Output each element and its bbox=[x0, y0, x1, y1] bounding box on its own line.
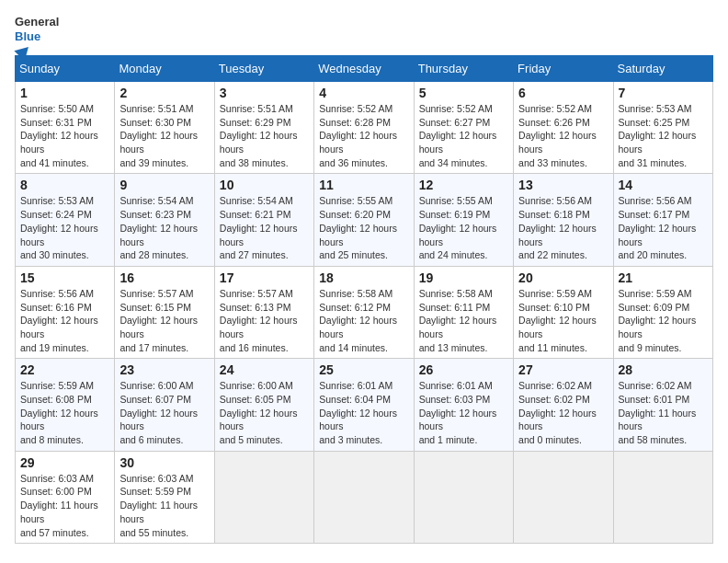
calendar-week-row: 22 Sunrise: 5:59 AMSunset: 6:08 PMDaylig… bbox=[16, 359, 713, 451]
day-info: Sunrise: 5:50 AMSunset: 6:31 PMDaylight:… bbox=[20, 102, 109, 169]
day-info: Sunrise: 6:02 AMSunset: 6:02 PMDaylight:… bbox=[518, 379, 608, 446]
day-number: 7 bbox=[619, 86, 708, 100]
day-number: 16 bbox=[119, 270, 209, 285]
day-number: 21 bbox=[619, 270, 708, 285]
calendar-cell: 5 Sunrise: 5:52 AMSunset: 6:27 PMDayligh… bbox=[414, 82, 513, 174]
day-info: Sunrise: 5:51 AMSunset: 6:30 PMDaylight:… bbox=[119, 102, 209, 169]
calendar-cell bbox=[314, 451, 414, 543]
calendar-cell: 17 Sunrise: 5:57 AMSunset: 6:13 PMDaylig… bbox=[214, 266, 313, 358]
calendar-cell: 22 Sunrise: 5:59 AMSunset: 6:08 PMDaylig… bbox=[16, 359, 115, 451]
calendar-day-header: Thursday bbox=[414, 56, 513, 82]
calendar-cell: 18 Sunrise: 5:58 AMSunset: 6:12 PMDaylig… bbox=[314, 266, 414, 358]
day-number: 22 bbox=[20, 362, 109, 377]
day-info: Sunrise: 5:54 AMSunset: 6:21 PMDaylight:… bbox=[220, 194, 309, 261]
day-info: Sunrise: 5:59 AMSunset: 6:08 PMDaylight:… bbox=[20, 379, 109, 446]
day-number: 27 bbox=[518, 362, 608, 377]
calendar-cell: 25 Sunrise: 6:01 AMSunset: 6:04 PMDaylig… bbox=[314, 359, 414, 451]
day-info: Sunrise: 5:53 AMSunset: 6:24 PMDaylight:… bbox=[20, 194, 109, 261]
day-number: 23 bbox=[119, 362, 209, 377]
day-info: Sunrise: 5:52 AMSunset: 6:27 PMDaylight:… bbox=[419, 102, 508, 169]
calendar-cell bbox=[414, 451, 513, 543]
day-info: Sunrise: 5:56 AMSunset: 6:16 PMDaylight:… bbox=[20, 287, 109, 354]
calendar-cell: 26 Sunrise: 6:01 AMSunset: 6:03 PMDaylig… bbox=[414, 359, 513, 451]
day-info: Sunrise: 6:01 AMSunset: 6:03 PMDaylight:… bbox=[419, 379, 508, 446]
calendar-cell: 13 Sunrise: 5:56 AMSunset: 6:18 PMDaylig… bbox=[514, 174, 613, 266]
calendar-header-row: SundayMondayTuesdayWednesdayThursdayFrid… bbox=[16, 56, 713, 82]
day-info: Sunrise: 5:52 AMSunset: 6:26 PMDaylight:… bbox=[518, 102, 608, 169]
calendar-cell: 15 Sunrise: 5:56 AMSunset: 6:16 PMDaylig… bbox=[16, 266, 115, 358]
calendar-body: 1 Sunrise: 5:50 AMSunset: 6:31 PMDayligh… bbox=[16, 82, 713, 544]
calendar-cell: 16 Sunrise: 5:57 AMSunset: 6:15 PMDaylig… bbox=[115, 266, 214, 358]
calendar-cell: 10 Sunrise: 5:54 AMSunset: 6:21 PMDaylig… bbox=[214, 174, 313, 266]
calendar-day-header: Wednesday bbox=[314, 56, 414, 82]
day-info: Sunrise: 5:58 AMSunset: 6:12 PMDaylight:… bbox=[319, 287, 408, 354]
calendar-cell: 9 Sunrise: 5:54 AMSunset: 6:23 PMDayligh… bbox=[115, 174, 214, 266]
calendar-cell: 30 Sunrise: 6:03 AMSunset: 5:59 PMDaylig… bbox=[115, 451, 214, 543]
calendar-day-header: Friday bbox=[514, 56, 613, 82]
day-number: 9 bbox=[119, 178, 209, 192]
day-info: Sunrise: 5:55 AMSunset: 6:19 PMDaylight:… bbox=[419, 194, 508, 261]
day-info: Sunrise: 5:59 AMSunset: 6:09 PMDaylight:… bbox=[619, 287, 708, 354]
day-number: 29 bbox=[20, 455, 109, 470]
calendar-week-row: 29 Sunrise: 6:03 AMSunset: 6:00 PMDaylig… bbox=[16, 451, 713, 543]
calendar-cell: 24 Sunrise: 6:00 AMSunset: 6:05 PMDaylig… bbox=[214, 359, 313, 451]
calendar-cell: 6 Sunrise: 5:52 AMSunset: 6:26 PMDayligh… bbox=[514, 82, 613, 174]
day-number: 8 bbox=[20, 178, 109, 192]
day-number: 15 bbox=[20, 270, 109, 285]
calendar-day-header: Sunday bbox=[16, 56, 115, 82]
day-number: 20 bbox=[518, 270, 608, 285]
calendar-day-header: Tuesday bbox=[214, 56, 313, 82]
day-number: 26 bbox=[419, 362, 508, 377]
page-header: General Blue bbox=[15, 15, 713, 48]
day-number: 5 bbox=[419, 86, 508, 100]
day-number: 1 bbox=[20, 86, 109, 100]
day-number: 11 bbox=[319, 178, 408, 192]
day-info: Sunrise: 6:02 AMSunset: 6:01 PMDaylight:… bbox=[619, 379, 708, 446]
calendar-cell: 12 Sunrise: 5:55 AMSunset: 6:19 PMDaylig… bbox=[414, 174, 513, 266]
day-number: 17 bbox=[220, 270, 309, 285]
day-info: Sunrise: 5:54 AMSunset: 6:23 PMDaylight:… bbox=[119, 194, 209, 261]
day-number: 12 bbox=[419, 178, 508, 192]
calendar-day-header: Monday bbox=[115, 56, 214, 82]
day-info: Sunrise: 5:58 AMSunset: 6:11 PMDaylight:… bbox=[419, 287, 508, 354]
calendar-day-header: Saturday bbox=[613, 56, 712, 82]
calendar-cell: 4 Sunrise: 5:52 AMSunset: 6:28 PMDayligh… bbox=[314, 82, 414, 174]
day-number: 3 bbox=[220, 86, 309, 100]
day-info: Sunrise: 6:00 AMSunset: 6:05 PMDaylight:… bbox=[220, 379, 309, 446]
calendar-cell: 14 Sunrise: 5:56 AMSunset: 6:17 PMDaylig… bbox=[613, 174, 712, 266]
day-info: Sunrise: 5:57 AMSunset: 6:15 PMDaylight:… bbox=[119, 287, 209, 354]
day-number: 6 bbox=[518, 86, 608, 100]
calendar-cell: 20 Sunrise: 5:59 AMSunset: 6:10 PMDaylig… bbox=[514, 266, 613, 358]
day-info: Sunrise: 5:51 AMSunset: 6:29 PMDaylight:… bbox=[220, 102, 309, 169]
day-info: Sunrise: 5:55 AMSunset: 6:20 PMDaylight:… bbox=[319, 194, 408, 261]
calendar-cell: 28 Sunrise: 6:02 AMSunset: 6:01 PMDaylig… bbox=[613, 359, 712, 451]
day-number: 18 bbox=[319, 270, 408, 285]
day-info: Sunrise: 6:03 AMSunset: 6:00 PMDaylight:… bbox=[20, 472, 109, 539]
day-number: 25 bbox=[319, 362, 408, 377]
day-number: 13 bbox=[518, 178, 608, 192]
day-info: Sunrise: 5:52 AMSunset: 6:28 PMDaylight:… bbox=[319, 102, 408, 169]
day-info: Sunrise: 5:56 AMSunset: 6:17 PMDaylight:… bbox=[619, 194, 708, 261]
day-number: 19 bbox=[419, 270, 508, 285]
calendar-cell: 27 Sunrise: 6:02 AMSunset: 6:02 PMDaylig… bbox=[514, 359, 613, 451]
day-number: 28 bbox=[619, 362, 708, 377]
calendar-week-row: 8 Sunrise: 5:53 AMSunset: 6:24 PMDayligh… bbox=[16, 174, 713, 266]
day-info: Sunrise: 5:53 AMSunset: 6:25 PMDaylight:… bbox=[619, 102, 708, 169]
logo: General Blue bbox=[15, 15, 57, 48]
calendar-week-row: 15 Sunrise: 5:56 AMSunset: 6:16 PMDaylig… bbox=[16, 266, 713, 358]
day-info: Sunrise: 5:57 AMSunset: 6:13 PMDaylight:… bbox=[220, 287, 309, 354]
day-info: Sunrise: 5:59 AMSunset: 6:10 PMDaylight:… bbox=[518, 287, 608, 354]
day-number: 10 bbox=[220, 178, 309, 192]
calendar-cell: 23 Sunrise: 6:00 AMSunset: 6:07 PMDaylig… bbox=[115, 359, 214, 451]
calendar-cell bbox=[214, 451, 313, 543]
logo-general: General bbox=[15, 15, 59, 29]
day-number: 2 bbox=[119, 86, 209, 100]
day-info: Sunrise: 6:00 AMSunset: 6:07 PMDaylight:… bbox=[119, 379, 209, 446]
calendar-cell: 11 Sunrise: 5:55 AMSunset: 6:20 PMDaylig… bbox=[314, 174, 414, 266]
calendar-cell: 7 Sunrise: 5:53 AMSunset: 6:25 PMDayligh… bbox=[613, 82, 712, 174]
day-info: Sunrise: 6:03 AMSunset: 5:59 PMDaylight:… bbox=[119, 472, 209, 539]
calendar-week-row: 1 Sunrise: 5:50 AMSunset: 6:31 PMDayligh… bbox=[16, 82, 713, 174]
day-number: 24 bbox=[220, 362, 309, 377]
day-number: 30 bbox=[119, 455, 209, 470]
calendar-cell bbox=[514, 451, 613, 543]
